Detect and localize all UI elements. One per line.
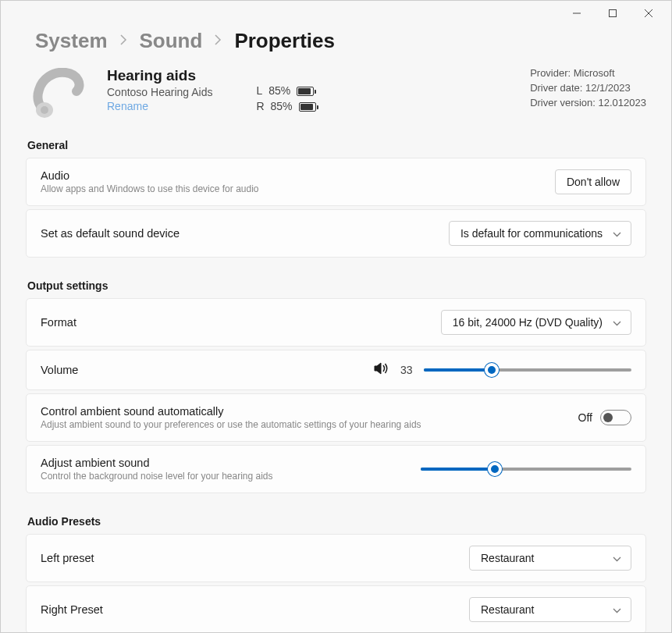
- driver-info: Provider: Microsoft Driver date: 12/1/20…: [530, 67, 646, 108]
- battery-icon: [299, 100, 316, 112]
- breadcrumb-sound[interactable]: Sound: [140, 29, 203, 53]
- right-preset-card: Right Preset Restaurant: [26, 585, 646, 632]
- slider-thumb[interactable]: [488, 462, 502, 476]
- ambient-toggle[interactable]: [600, 410, 631, 425]
- svg-rect-1: [610, 10, 617, 17]
- volume-card: Volume 33: [26, 350, 646, 390]
- breadcrumb: System Sound Properties: [35, 29, 646, 53]
- ambient-auto-card: Control ambient sound automatically Adju…: [26, 393, 646, 442]
- ambient-adjust-title: Adjust ambient sound: [41, 457, 273, 469]
- chevron-right-icon: [120, 34, 127, 48]
- right-preset-value: Restaurant: [481, 603, 534, 616]
- device-name: Hearing aids: [107, 67, 212, 84]
- chevron-down-icon: [613, 552, 621, 564]
- battery-right-label: R: [256, 100, 264, 112]
- settings-window: System Sound Properties Hearing aids Con…: [0, 0, 672, 633]
- left-preset-label: Left preset: [41, 552, 469, 564]
- minimize-button[interactable]: [559, 1, 595, 26]
- left-preset-select[interactable]: Restaurant: [469, 546, 631, 571]
- battery-icon: [297, 84, 314, 97]
- slider-thumb[interactable]: [485, 363, 499, 377]
- rename-link[interactable]: Rename: [107, 100, 212, 112]
- toggle-knob: [603, 413, 613, 422]
- ambient-adjust-desc: Control the background noise level for y…: [41, 471, 273, 482]
- audio-card: Audio Allow apps and Windows to use this…: [26, 158, 646, 206]
- format-value: 16 bit, 24000 Hz (DVD Quality): [453, 316, 603, 329]
- device-vendor: Contoso Hearing Aids: [107, 86, 212, 98]
- format-label: Format: [41, 316, 441, 329]
- section-general: General: [27, 139, 646, 151]
- battery-left-pct: 85%: [268, 84, 290, 97]
- volume-slider[interactable]: [424, 368, 631, 372]
- breadcrumb-system[interactable]: System: [35, 29, 108, 53]
- battery-left-label: L: [256, 84, 262, 97]
- default-device-card: Set as default sound device Is default f…: [26, 209, 646, 258]
- chevron-down-icon: [613, 316, 621, 329]
- chevron-right-icon: [215, 34, 222, 48]
- battery-status: L 85% R 85%: [256, 84, 315, 112]
- default-device-title: Set as default sound device: [41, 227, 449, 240]
- right-preset-select[interactable]: Restaurant: [469, 597, 631, 622]
- format-select[interactable]: 16 bit, 24000 Hz (DVD Quality): [441, 310, 631, 335]
- default-device-value: Is default for communications: [460, 227, 603, 240]
- ambient-auto-title: Control ambient sound automatically: [41, 405, 578, 418]
- titlebar: [1, 1, 671, 26]
- driver-version-text: Driver version: 12.012023: [530, 97, 646, 108]
- content-area: System Sound Properties Hearing aids Con…: [1, 26, 671, 632]
- section-presets: Audio Presets: [27, 515, 646, 528]
- battery-right-pct: 85%: [271, 100, 293, 112]
- chevron-down-icon: [613, 603, 621, 616]
- svg-point-5: [41, 106, 48, 114]
- format-card: Format 16 bit, 24000 Hz (DVD Quality): [26, 298, 646, 347]
- device-header: Hearing aids Contoso Hearing Aids Rename…: [29, 67, 646, 122]
- audio-title: Audio: [41, 169, 555, 182]
- provider-text: Provider: Microsoft: [530, 67, 646, 79]
- driver-date-text: Driver date: 12/1/2023: [530, 82, 646, 94]
- speaker-icon[interactable]: [374, 361, 389, 379]
- ambient-auto-desc: Adjust ambient sound to your preferences…: [41, 419, 578, 430]
- device-name-block: Hearing aids Contoso Hearing Aids Rename: [107, 67, 212, 112]
- hearing-aid-icon: [29, 67, 91, 122]
- breadcrumb-properties: Properties: [234, 29, 335, 53]
- chevron-down-icon: [613, 227, 621, 240]
- maximize-button[interactable]: [595, 1, 631, 26]
- audio-desc: Allow apps and Windows to use this devic…: [41, 183, 555, 194]
- volume-value: 33: [400, 364, 413, 376]
- close-button[interactable]: [631, 1, 667, 26]
- ambient-toggle-state: Off: [578, 411, 592, 424]
- ambient-slider[interactable]: [421, 468, 631, 471]
- left-preset-card: Left preset Restaurant: [26, 534, 646, 582]
- default-device-select[interactable]: Is default for communications: [449, 221, 631, 246]
- volume-label: Volume: [41, 364, 78, 376]
- dont-allow-button[interactable]: Don't allow: [555, 169, 631, 194]
- right-preset-label: Right Preset: [41, 603, 469, 616]
- section-output: Output settings: [27, 279, 646, 292]
- left-preset-value: Restaurant: [481, 552, 534, 564]
- ambient-adjust-card: Adjust ambient sound Control the backgro…: [26, 445, 646, 493]
